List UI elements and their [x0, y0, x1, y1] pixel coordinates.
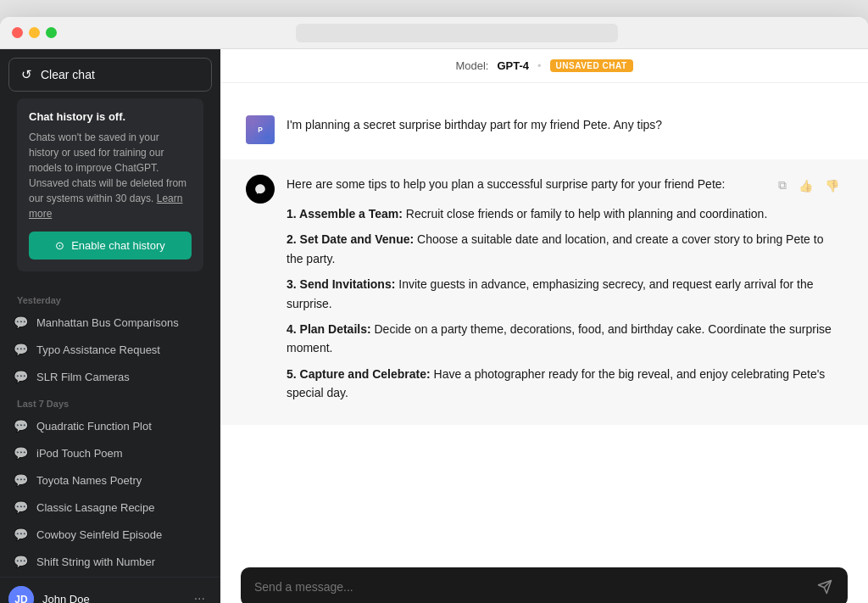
- sidebar-item-manhattan[interactable]: 💬 Manhattan Bus Comparisons: [5, 309, 215, 336]
- sidebar-list: Yesterday 💬 Manhattan Bus Comparisons 💬 …: [0, 287, 220, 577]
- url-bar: [296, 24, 618, 42]
- user-avatar: P: [246, 115, 275, 144]
- sidebar-top: ↺ Clear chat Chat history is off. Chats …: [0, 49, 220, 287]
- history-off-panel: Chat history is off. Chats won't be save…: [17, 98, 203, 271]
- chat-input[interactable]: [254, 580, 807, 594]
- tip-1-title: Assemble a Team:: [299, 207, 403, 221]
- clear-chat-label: Clear chat: [41, 68, 95, 81]
- tip-3: 3. Send Invitations: Invite guests in ad…: [287, 275, 843, 313]
- avatar: JD: [8, 586, 34, 603]
- chat-icon: 💬: [14, 473, 28, 487]
- tip-4-title: Plan Details:: [300, 322, 371, 336]
- traffic-lights: [12, 27, 57, 38]
- app-window: ↺ Clear chat Chat history is off. Chats …: [0, 17, 868, 603]
- assistant-intro: Here are some tips to help you plan a su…: [287, 175, 725, 193]
- clear-chat-button[interactable]: ↺ Clear chat: [8, 58, 212, 92]
- send-button[interactable]: [815, 578, 834, 596]
- main-content: Model: GPT-4 • UNSAVED CHAT: [220, 49, 868, 603]
- tip-4-num: 4.: [287, 322, 300, 336]
- thumbs-down-button[interactable]: 👎: [821, 176, 843, 194]
- sidebar-item-quadratic[interactable]: 💬 Quadratic Function Plot: [5, 412, 215, 439]
- chat-icon: 💬: [14, 419, 28, 433]
- tip-5-title: Capture and Celebrate:: [300, 367, 431, 381]
- user-message: P I'm planning a secret surprise birthda…: [246, 100, 843, 159]
- user-message-text: I'm planning a secret surprise birthday …: [287, 115, 843, 134]
- tip-3-title: Send Invitations:: [300, 277, 396, 291]
- section-label-last7: Last 7 Days: [5, 390, 215, 412]
- tip-4: 4. Plan Details: Decide on a party theme…: [287, 320, 843, 358]
- chat-input-wrapper: [241, 567, 848, 603]
- history-off-title: Chat history is off.: [29, 110, 192, 123]
- model-label: Model:: [455, 59, 488, 72]
- chat-icon: 💬: [14, 343, 28, 356]
- assistant-avatar: [246, 175, 275, 204]
- svg-text:JD: JD: [14, 594, 28, 603]
- copy-button[interactable]: ⧉: [775, 176, 790, 194]
- message-actions: ⧉ 👍 👎: [775, 176, 843, 194]
- tip-1-num: 1.: [287, 207, 299, 221]
- unsaved-chat-badge: UNSAVED CHAT: [550, 59, 633, 72]
- chat-icon: 💬: [14, 528, 28, 541]
- chat-icon: 💬: [14, 446, 28, 460]
- history-icon: ⊙: [55, 239, 64, 252]
- sidebar-item-shift[interactable]: 💬 Shift String with Number: [5, 548, 215, 575]
- more-options-button[interactable]: ···: [187, 588, 212, 603]
- chat-header: Model: GPT-4 • UNSAVED CHAT: [220, 49, 868, 83]
- tip-1: 1. Assemble a Team: Recruit close friend…: [287, 204, 843, 223]
- section-label-yesterday: Yesterday: [5, 287, 215, 309]
- chat-icon: 💬: [14, 555, 28, 568]
- sidebar-item-ipod[interactable]: 💬 iPod Touch Poem: [5, 439, 215, 466]
- sidebar-item-lasagne[interactable]: 💬 Classic Lasagne Recipe: [5, 494, 215, 521]
- history-off-desc: Chats won't be saved in your history or …: [29, 130, 192, 221]
- rotate-icon: ↺: [21, 67, 32, 82]
- app-body: ↺ Clear chat Chat history is off. Chats …: [0, 49, 868, 603]
- titlebar: [0, 17, 868, 49]
- sidebar-footer: JD John Doe ···: [0, 577, 220, 603]
- sidebar-item-typo[interactable]: 💬 Typo Assistance Request: [5, 336, 215, 363]
- user-name: John Doe: [42, 593, 90, 604]
- tip-5-num: 5.: [287, 367, 300, 381]
- assistant-message-content: Here are some tips to help you plan a su…: [287, 175, 843, 410]
- sidebar-item-toyota[interactable]: 💬 Toyota Names Poetry: [5, 466, 215, 494]
- svg-text:P: P: [258, 126, 263, 134]
- tip-2-num: 2.: [287, 232, 300, 246]
- chat-icon: 💬: [14, 370, 28, 383]
- sidebar: ↺ Clear chat Chat history is off. Chats …: [0, 49, 220, 603]
- tip-2-title: Set Date and Venue:: [300, 232, 415, 246]
- tip-5: 5. Capture and Celebrate: Have a photogr…: [287, 365, 843, 403]
- chat-icon: 💬: [14, 315, 28, 329]
- chat-messages: P I'm planning a secret surprise birthda…: [220, 83, 868, 554]
- close-icon[interactable]: [12, 27, 23, 38]
- user-info: JD John Doe: [8, 586, 90, 603]
- minimize-icon[interactable]: [29, 27, 40, 38]
- model-name: GPT-4: [497, 59, 529, 72]
- tip-2: 2. Set Date and Venue: Choose a suitable…: [287, 230, 843, 268]
- sidebar-item-cowboy[interactable]: 💬 Cowboy Seinfeld Episode: [5, 521, 215, 548]
- chat-icon: 💬: [14, 500, 28, 514]
- titlebar-center: [57, 24, 856, 42]
- fullscreen-icon[interactable]: [46, 27, 57, 38]
- sidebar-item-slr[interactable]: 💬 SLR Film Cameras: [5, 363, 215, 390]
- assistant-tips: 1. Assemble a Team: Recruit close friend…: [287, 204, 843, 403]
- assistant-message: Here are some tips to help you plan a su…: [220, 159, 868, 425]
- tip-3-num: 3.: [287, 277, 300, 291]
- chat-input-area: [220, 554, 868, 603]
- tip-1-body: Recruit close friends or family to help …: [406, 207, 767, 221]
- thumbs-up-button[interactable]: 👍: [795, 176, 816, 194]
- enable-history-button[interactable]: ⊙ Enable chat history: [29, 232, 192, 260]
